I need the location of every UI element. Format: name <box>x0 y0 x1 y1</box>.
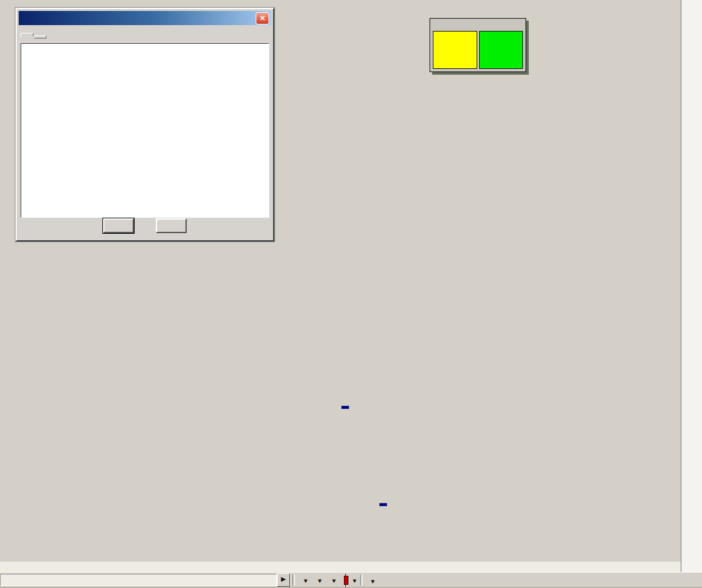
bottom-toolbar <box>0 572 702 587</box>
interval-dropdown[interactable] <box>316 575 321 585</box>
time-axis[interactable] <box>0 562 681 572</box>
bid-ask-dropdown[interactable] <box>330 575 336 585</box>
tab-system-parameters[interactable] <box>21 33 33 37</box>
brand-mcrates-menu[interactable] <box>369 575 374 585</box>
symbol-dropdown[interactable] <box>302 575 307 585</box>
h-scrollbar-track[interactable] <box>0 574 277 586</box>
price-axis[interactable] <box>681 0 702 572</box>
indicator-label-cci <box>341 406 349 409</box>
chart-type-icon[interactable] <box>344 576 348 585</box>
toolbar-separator <box>360 574 363 585</box>
chevron-down-icon <box>351 575 356 585</box>
sell-quote-button[interactable] <box>433 31 477 69</box>
dialog-tabs <box>21 28 46 42</box>
close-icon[interactable] <box>256 12 269 24</box>
parameters-table <box>21 43 269 218</box>
ok-button[interactable] <box>103 218 134 233</box>
scroll-right-button[interactable] <box>277 573 290 587</box>
quote-window[interactable] <box>430 18 526 72</box>
chevron-down-icon <box>369 575 374 585</box>
trading-application-window <box>0 0 702 588</box>
cancel-button[interactable] <box>156 218 187 233</box>
dialog-titlebar[interactable] <box>19 11 271 25</box>
chart-type-dropdown[interactable] <box>351 575 356 585</box>
toolbar-separator <box>292 574 295 585</box>
dialog-buttons <box>17 218 273 234</box>
buy-quote-button[interactable] <box>479 31 524 69</box>
chevron-down-icon <box>316 575 321 585</box>
indicator-label-cci-2 <box>379 503 387 506</box>
trading-system-properties-dialog <box>15 8 274 242</box>
quote-symbol <box>430 19 526 31</box>
tab-trading-parameters[interactable] <box>33 35 46 39</box>
chevron-down-icon <box>302 575 307 585</box>
chevron-down-icon <box>330 575 336 585</box>
